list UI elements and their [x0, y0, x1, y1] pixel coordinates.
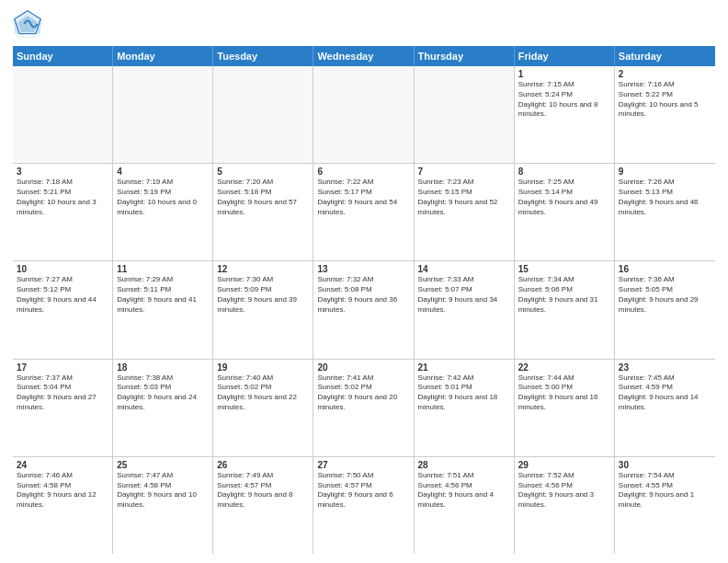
cell-info: Sunrise: 7:38 AM Sunset: 5:03 PM Dayligh…	[117, 373, 209, 413]
day-number: 25	[117, 460, 209, 470]
day-number: 6	[317, 167, 409, 177]
calendar-cell: 1Sunrise: 7:15 AM Sunset: 5:24 PM Daylig…	[515, 66, 615, 163]
calendar: SundayMondayTuesdayWednesdayThursdayFrid…	[13, 46, 715, 554]
weekday-header: Wednesday	[313, 46, 414, 66]
cell-info: Sunrise: 7:29 AM Sunset: 5:11 PM Dayligh…	[117, 275, 209, 315]
calendar-cell: 19Sunrise: 7:40 AM Sunset: 5:02 PM Dayli…	[213, 360, 313, 456]
calendar-header: SundayMondayTuesdayWednesdayThursdayFrid…	[13, 46, 715, 66]
day-number: 21	[418, 362, 510, 373]
logo-icon	[13, 9, 42, 39]
calendar-cell: 9Sunrise: 7:26 AM Sunset: 5:13 PM Daylig…	[615, 164, 715, 260]
calendar-row: 1Sunrise: 7:15 AM Sunset: 5:24 PM Daylig…	[13, 66, 715, 164]
calendar-body: 1Sunrise: 7:15 AM Sunset: 5:24 PM Daylig…	[13, 66, 715, 554]
cell-info: Sunrise: 7:44 AM Sunset: 5:00 PM Dayligh…	[518, 373, 610, 413]
calendar-row: 3Sunrise: 7:18 AM Sunset: 5:21 PM Daylig…	[13, 164, 715, 261]
weekday-header: Saturday	[615, 46, 715, 66]
day-number: 16	[619, 264, 711, 274]
day-number: 19	[217, 362, 309, 373]
calendar-cell: 17Sunrise: 7:37 AM Sunset: 5:04 PM Dayli…	[13, 360, 113, 456]
cell-info: Sunrise: 7:37 AM Sunset: 5:04 PM Dayligh…	[17, 373, 108, 413]
day-number: 9	[619, 167, 711, 177]
calendar-cell: 8Sunrise: 7:25 AM Sunset: 5:14 PM Daylig…	[515, 164, 615, 260]
calendar-cell: 11Sunrise: 7:29 AM Sunset: 5:11 PM Dayli…	[113, 261, 213, 358]
calendar-cell: 28Sunrise: 7:51 AM Sunset: 4:56 PM Dayli…	[415, 457, 515, 554]
cell-info: Sunrise: 7:18 AM Sunset: 5:21 PM Dayligh…	[17, 178, 108, 217]
day-number: 23	[619, 362, 711, 373]
cell-info: Sunrise: 7:30 AM Sunset: 5:09 PM Dayligh…	[217, 275, 309, 315]
calendar-cell: 14Sunrise: 7:33 AM Sunset: 5:07 PM Dayli…	[415, 261, 515, 358]
day-number: 11	[117, 264, 209, 274]
cell-info: Sunrise: 7:46 AM Sunset: 4:58 PM Dayligh…	[17, 471, 108, 511]
cell-info: Sunrise: 7:19 AM Sunset: 5:19 PM Dayligh…	[117, 178, 209, 217]
calendar-cell: 22Sunrise: 7:44 AM Sunset: 5:00 PM Dayli…	[515, 360, 615, 456]
page: SundayMondayTuesdayWednesdayThursdayFrid…	[0, 0, 728, 563]
cell-info: Sunrise: 7:34 AM Sunset: 5:06 PM Dayligh…	[518, 275, 610, 315]
calendar-cell: 27Sunrise: 7:50 AM Sunset: 4:57 PM Dayli…	[313, 457, 414, 554]
day-number: 30	[619, 460, 711, 470]
weekday-header: Thursday	[415, 46, 515, 66]
weekday-header: Friday	[515, 46, 615, 66]
calendar-cell: 24Sunrise: 7:46 AM Sunset: 4:58 PM Dayli…	[13, 457, 113, 554]
cell-info: Sunrise: 7:26 AM Sunset: 5:13 PM Dayligh…	[619, 178, 711, 217]
day-number: 13	[317, 264, 409, 274]
calendar-cell	[415, 66, 515, 163]
day-number: 8	[518, 167, 610, 177]
cell-info: Sunrise: 7:40 AM Sunset: 5:02 PM Dayligh…	[217, 373, 309, 413]
day-number: 14	[418, 264, 510, 274]
calendar-cell	[213, 66, 313, 163]
cell-info: Sunrise: 7:25 AM Sunset: 5:14 PM Dayligh…	[518, 178, 610, 217]
day-number: 28	[418, 460, 510, 470]
calendar-cell: 10Sunrise: 7:27 AM Sunset: 5:12 PM Dayli…	[13, 261, 113, 358]
calendar-cell	[13, 66, 113, 163]
cell-info: Sunrise: 7:52 AM Sunset: 4:56 PM Dayligh…	[518, 471, 610, 511]
header	[13, 9, 715, 39]
day-number: 20	[317, 362, 409, 373]
cell-info: Sunrise: 7:41 AM Sunset: 5:02 PM Dayligh…	[317, 373, 409, 413]
cell-info: Sunrise: 7:45 AM Sunset: 4:59 PM Dayligh…	[619, 373, 711, 413]
calendar-cell: 4Sunrise: 7:19 AM Sunset: 5:19 PM Daylig…	[113, 164, 213, 260]
calendar-cell	[113, 66, 213, 163]
day-number: 3	[17, 167, 108, 177]
cell-info: Sunrise: 7:22 AM Sunset: 5:17 PM Dayligh…	[317, 178, 409, 217]
cell-info: Sunrise: 7:42 AM Sunset: 5:01 PM Dayligh…	[418, 373, 510, 413]
cell-info: Sunrise: 7:23 AM Sunset: 5:15 PM Dayligh…	[418, 178, 510, 217]
calendar-row: 10Sunrise: 7:27 AM Sunset: 5:12 PM Dayli…	[13, 261, 715, 359]
cell-info: Sunrise: 7:20 AM Sunset: 5:18 PM Dayligh…	[217, 178, 309, 217]
day-number: 17	[17, 362, 108, 373]
cell-info: Sunrise: 7:32 AM Sunset: 5:08 PM Dayligh…	[317, 275, 409, 315]
calendar-cell: 21Sunrise: 7:42 AM Sunset: 5:01 PM Dayli…	[415, 360, 515, 456]
calendar-row: 24Sunrise: 7:46 AM Sunset: 4:58 PM Dayli…	[13, 457, 715, 554]
day-number: 27	[317, 460, 409, 470]
calendar-cell: 26Sunrise: 7:49 AM Sunset: 4:57 PM Dayli…	[213, 457, 313, 554]
calendar-cell: 2Sunrise: 7:16 AM Sunset: 5:22 PM Daylig…	[615, 66, 715, 163]
cell-info: Sunrise: 7:47 AM Sunset: 4:58 PM Dayligh…	[117, 471, 209, 511]
day-number: 24	[17, 460, 108, 470]
day-number: 12	[217, 264, 309, 274]
calendar-cell: 5Sunrise: 7:20 AM Sunset: 5:18 PM Daylig…	[213, 164, 313, 260]
calendar-cell: 29Sunrise: 7:52 AM Sunset: 4:56 PM Dayli…	[515, 457, 615, 554]
cell-info: Sunrise: 7:50 AM Sunset: 4:57 PM Dayligh…	[317, 471, 409, 511]
cell-info: Sunrise: 7:27 AM Sunset: 5:12 PM Dayligh…	[17, 275, 108, 315]
day-number: 10	[17, 264, 108, 274]
cell-info: Sunrise: 7:16 AM Sunset: 5:22 PM Dayligh…	[619, 80, 711, 120]
logo	[13, 9, 46, 39]
day-number: 1	[518, 69, 610, 79]
calendar-cell: 20Sunrise: 7:41 AM Sunset: 5:02 PM Dayli…	[313, 360, 414, 456]
day-number: 7	[418, 167, 510, 177]
calendar-cell	[313, 66, 414, 163]
day-number: 15	[518, 264, 610, 274]
cell-info: Sunrise: 7:54 AM Sunset: 4:55 PM Dayligh…	[619, 471, 711, 511]
calendar-cell: 6Sunrise: 7:22 AM Sunset: 5:17 PM Daylig…	[313, 164, 414, 260]
cell-info: Sunrise: 7:15 AM Sunset: 5:24 PM Dayligh…	[518, 80, 610, 120]
cell-info: Sunrise: 7:51 AM Sunset: 4:56 PM Dayligh…	[418, 471, 510, 511]
cell-info: Sunrise: 7:36 AM Sunset: 5:05 PM Dayligh…	[619, 275, 711, 315]
calendar-cell: 15Sunrise: 7:34 AM Sunset: 5:06 PM Dayli…	[515, 261, 615, 358]
calendar-cell: 12Sunrise: 7:30 AM Sunset: 5:09 PM Dayli…	[213, 261, 313, 358]
day-number: 22	[518, 362, 610, 373]
calendar-cell: 16Sunrise: 7:36 AM Sunset: 5:05 PM Dayli…	[615, 261, 715, 358]
day-number: 4	[117, 167, 209, 177]
cell-info: Sunrise: 7:33 AM Sunset: 5:07 PM Dayligh…	[418, 275, 510, 315]
cell-info: Sunrise: 7:49 AM Sunset: 4:57 PM Dayligh…	[217, 471, 309, 511]
calendar-cell: 13Sunrise: 7:32 AM Sunset: 5:08 PM Dayli…	[313, 261, 414, 358]
weekday-header: Sunday	[13, 46, 113, 66]
